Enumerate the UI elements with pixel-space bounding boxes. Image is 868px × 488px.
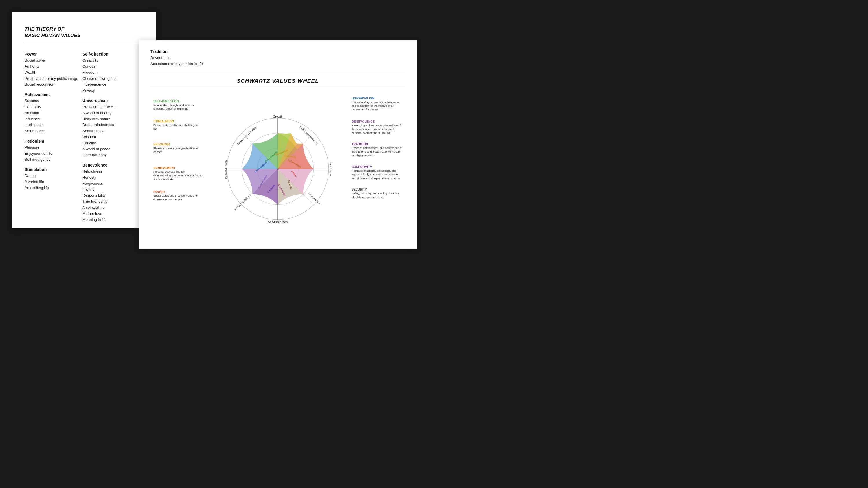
svg-text:Self-Protection: Self-Protection: [268, 221, 288, 224]
ann-benevolence-title: BENEVOLENCE: [351, 120, 402, 123]
ann-stimulation-body: Excitement, novelty, and challenge in li…: [153, 124, 203, 131]
section-universalism-item-1: Protection of the e...: [83, 104, 146, 110]
ann-power-title: POWER: [153, 190, 203, 193]
right-page: Tradition Devoutness Acceptance of my po…: [139, 40, 416, 249]
section-benevolence-item-9: Meaning in life: [83, 217, 146, 223]
tradition-item-2: Acceptance of my portion in life: [151, 61, 203, 67]
svg-text:Growth: Growth: [273, 115, 283, 118]
section-benevolence-item-6: True friendship: [83, 199, 146, 205]
section-power-item-2: Authority: [25, 64, 83, 70]
section-stimulation-header: Stimulation: [25, 167, 83, 172]
section-selfdirection-item-1: Creativity: [83, 58, 146, 64]
left-annotations: SELF-DIRECTION Independent thought and a…: [153, 99, 203, 209]
section-universalism-item-9: Inner harmony: [83, 152, 146, 158]
section-hedonism-item-1: Pleasure: [25, 144, 83, 151]
section-power-header: Power: [25, 52, 83, 56]
section-power-item-4: Preservation of my public image: [25, 76, 83, 82]
section-universalism-header: Universalism: [83, 98, 146, 103]
section-selfdirection-item-6: Privacy: [83, 88, 146, 94]
ann-conformity-body: Restraint of actions, inclinations, and …: [351, 169, 402, 180]
section-selfdirection-item-5: Independence: [83, 82, 146, 88]
section-achievement-item-3: Ambition: [25, 110, 83, 116]
ann-benevolence-body: Preserving and enhancing the welfare of …: [351, 124, 402, 135]
section-power-item-3: Wealth: [25, 70, 83, 76]
ann-universalism-body: Understanding, appreciation, tolerance, …: [351, 101, 402, 111]
section-stimulation-item-2: A varied life: [25, 179, 83, 185]
section-selfdirection-item-4: Choice of own goals: [83, 76, 146, 82]
section-benevolence-item-1: Helpfulness: [83, 168, 146, 174]
ann-stimulation-title: STIMULATION: [153, 120, 203, 123]
section-achievement-header: Achievement: [25, 92, 83, 97]
section-benevolence-item-7: A spiritual life: [83, 205, 146, 211]
section-benevolence-item-8: Mature love: [83, 211, 146, 217]
ann-tradition: TRADITION Respect, commitment, and accep…: [351, 142, 402, 157]
ann-universalism: UNIVERSALISM Understanding, appreciation…: [351, 97, 402, 111]
section-power-item-5: Social recognition: [25, 82, 83, 88]
tradition-col: Tradition Devoutness Acceptance of my po…: [151, 49, 203, 67]
section-benevolence-item-5: Responsibility: [83, 193, 146, 199]
ann-hedonism: HEDONISM Pleasure or sensuous gratificat…: [153, 142, 203, 154]
section-selfdirection-header: Self-direction: [83, 52, 146, 56]
section-hedonism-item-2: Enjoyment of life: [25, 151, 83, 157]
section-achievement-item-1: Success: [25, 98, 83, 104]
ann-achievement: ACHIEVEMENT Personal success through dem…: [153, 166, 203, 181]
section-universalism-item-4: Broad-mindedness: [83, 122, 146, 128]
ann-universalism-title: UNIVERSALISM: [351, 97, 402, 100]
ann-security: SECURITY Safety, harmony, and stability …: [351, 188, 402, 199]
schwartz-wheel-svg: Self-Direction Stimulation Hedonism Achi…: [223, 114, 333, 224]
wheel-divider: [151, 86, 405, 86]
section-achievement-item-5: Intelligence: [25, 122, 83, 128]
section-achievement-item-4: Influence: [25, 116, 83, 122]
section-benevolence-item-3: Forgiveness: [83, 181, 146, 187]
section-hedonism-item-3: Self-indulgence: [25, 157, 83, 163]
ann-achievement-title: ACHIEVEMENT: [153, 166, 203, 169]
section-selfdirection-item-3: Freedom: [83, 70, 146, 76]
ann-self-direction-body: Independent thought and action – choosin…: [153, 103, 203, 111]
tradition-header: Tradition: [151, 49, 203, 54]
ann-benevolence: BENEVOLENCE Preserving and enhancing the…: [351, 120, 402, 135]
svg-text:Personal Focus: Personal Focus: [224, 160, 227, 178]
ann-stimulation: STIMULATION Excitement, novelty, and cha…: [153, 120, 203, 131]
section-universalism-item-7: Equality: [83, 140, 146, 146]
section-benevolence-header: Benevolence: [83, 163, 146, 167]
ann-conformity-title: CONFORMITY: [351, 165, 402, 168]
tradition-item-1: Devoutness: [151, 55, 203, 61]
section-universalism-item-6: Wisdom: [83, 134, 146, 140]
section-universalism-item-5: Social justice: [83, 128, 146, 134]
ann-self-direction-title: SELF-DIRECTION: [153, 99, 203, 103]
ann-security-body: Safety, harmony, and stability of societ…: [351, 192, 402, 199]
ann-conformity: CONFORMITY Restraint of actions, inclina…: [351, 165, 402, 180]
section-stimulation-item-3: An exciting life: [25, 185, 83, 191]
section-hedonism-header: Hedonism: [25, 139, 83, 143]
ann-power-body: Social status and prestige, control or d…: [153, 194, 203, 201]
svg-text:Self-Enhancement: Self-Enhancement: [233, 193, 251, 211]
ann-tradition-title: TRADITION: [351, 142, 402, 146]
ann-hedonism-body: Pleasure or sensuous gratification for o…: [153, 147, 203, 154]
left-col2: Self-direction Creativity Curious Freedo…: [83, 47, 146, 223]
section-achievement-item-2: Capability: [25, 104, 83, 110]
section-power-item-1: Social power: [25, 58, 83, 64]
right-annotations: UNIVERSALISM Understanding, appreciation…: [351, 97, 402, 207]
svg-text:Social Focus: Social Focus: [329, 161, 332, 177]
ann-power: POWER Social status and prestige, contro…: [153, 190, 203, 201]
left-col1: Power Social power Authority Wealth Pres…: [25, 47, 83, 223]
ann-hedonism-title: HEDONISM: [153, 142, 203, 146]
section-stimulation-item-1: Daring: [25, 173, 83, 179]
ann-tradition-body: Respect, commitment, and acceptance of t…: [351, 146, 402, 157]
ann-achievement-body: Personal success through demonstrating c…: [153, 170, 203, 181]
section-benevolence-item-2: Honesty: [83, 174, 146, 181]
section-benevolence-item-4: Loyalty: [83, 187, 146, 193]
left-page-title: THE THEORY OFBASIC HUMAN VALUES: [25, 26, 143, 43]
ann-security-title: SECURITY: [351, 188, 402, 191]
section-universalism-item-8: A world at peace: [83, 146, 146, 152]
ann-self-direction: SELF-DIRECTION Independent thought and a…: [153, 99, 203, 111]
left-page: THE THEORY OFBASIC HUMAN VALUES Power So…: [11, 11, 156, 228]
section-universalism-item-2: A world of beauty: [83, 110, 146, 116]
wheel-title: SCHWARTZ VALUES WHEEL: [151, 78, 405, 84]
section-universalism-item-3: Unity with nature: [83, 116, 146, 122]
right-top-section: Tradition Devoutness Acceptance of my po…: [151, 49, 405, 72]
wheel-container: SELF-DIRECTION Independent thought and a…: [151, 91, 405, 247]
section-selfdirection-item-2: Curious: [83, 64, 146, 70]
section-achievement-item-6: Self-respect: [25, 128, 83, 134]
